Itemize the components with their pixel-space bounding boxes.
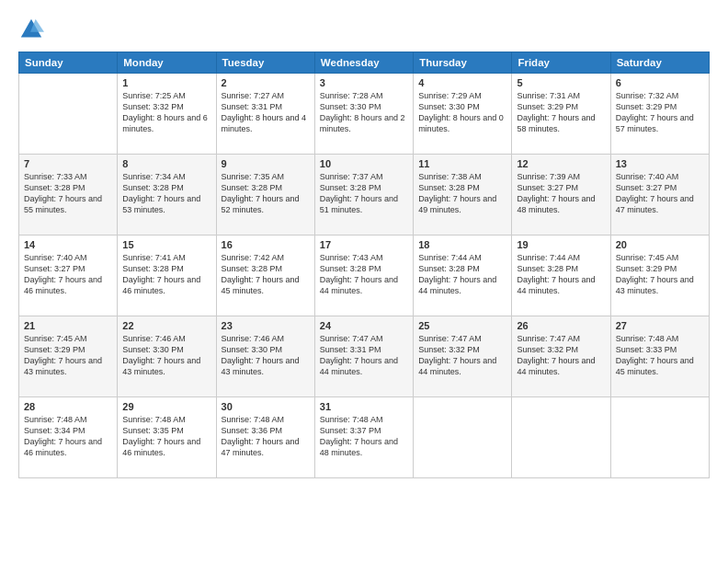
day-cell bbox=[414, 397, 512, 478]
day-cell: 20Sunrise: 7:45 AMSunset: 3:29 PMDayligh… bbox=[610, 236, 709, 316]
day-number: 22 bbox=[122, 320, 210, 331]
day-cell: 23Sunrise: 7:46 AMSunset: 3:30 PMDayligh… bbox=[216, 316, 314, 397]
day-info: Sunrise: 7:47 AMSunset: 3:32 PMDaylight:… bbox=[517, 333, 605, 378]
day-number: 12 bbox=[517, 158, 605, 169]
weekday-wednesday: Wednesday bbox=[314, 52, 413, 74]
day-info: Sunrise: 7:40 AMSunset: 3:27 PMDaylight:… bbox=[616, 171, 704, 216]
day-cell: 16Sunrise: 7:42 AMSunset: 3:28 PMDayligh… bbox=[216, 236, 314, 316]
day-cell bbox=[19, 74, 118, 155]
day-info: Sunrise: 7:48 AMSunset: 3:37 PMDaylight:… bbox=[320, 414, 408, 459]
day-info: Sunrise: 7:39 AMSunset: 3:27 PMDaylight:… bbox=[517, 171, 605, 216]
day-info: Sunrise: 7:27 AMSunset: 3:31 PMDaylight:… bbox=[222, 90, 310, 135]
day-number: 14 bbox=[24, 239, 112, 250]
day-cell: 24Sunrise: 7:47 AMSunset: 3:31 PMDayligh… bbox=[314, 316, 413, 397]
day-number: 27 bbox=[616, 320, 704, 331]
day-info: Sunrise: 7:46 AMSunset: 3:30 PMDaylight:… bbox=[222, 333, 310, 378]
day-cell: 14Sunrise: 7:40 AMSunset: 3:27 PMDayligh… bbox=[19, 236, 118, 316]
day-number: 5 bbox=[517, 77, 605, 88]
day-cell: 28Sunrise: 7:48 AMSunset: 3:34 PMDayligh… bbox=[19, 397, 118, 478]
week-row-5: 28Sunrise: 7:48 AMSunset: 3:34 PMDayligh… bbox=[19, 397, 710, 478]
day-number: 29 bbox=[122, 401, 210, 412]
day-number: 31 bbox=[320, 401, 408, 412]
day-cell: 26Sunrise: 7:47 AMSunset: 3:32 PMDayligh… bbox=[512, 316, 610, 397]
day-info: Sunrise: 7:47 AMSunset: 3:31 PMDaylight:… bbox=[320, 333, 408, 378]
weekday-thursday: Thursday bbox=[414, 52, 512, 74]
day-number: 24 bbox=[320, 320, 408, 331]
logo bbox=[18, 17, 50, 42]
day-info: Sunrise: 7:28 AMSunset: 3:30 PMDaylight:… bbox=[320, 90, 408, 135]
day-cell: 19Sunrise: 7:44 AMSunset: 3:28 PMDayligh… bbox=[512, 236, 610, 316]
week-row-4: 21Sunrise: 7:45 AMSunset: 3:29 PMDayligh… bbox=[19, 316, 710, 397]
day-info: Sunrise: 7:45 AMSunset: 3:29 PMDaylight:… bbox=[616, 252, 704, 297]
day-number: 25 bbox=[418, 320, 506, 331]
day-number: 15 bbox=[122, 239, 210, 250]
day-info: Sunrise: 7:33 AMSunset: 3:28 PMDaylight:… bbox=[24, 171, 112, 216]
week-row-1: 1Sunrise: 7:25 AMSunset: 3:32 PMDaylight… bbox=[19, 74, 710, 155]
day-number: 13 bbox=[616, 158, 704, 169]
day-info: Sunrise: 7:47 AMSunset: 3:32 PMDaylight:… bbox=[418, 333, 506, 378]
day-cell: 31Sunrise: 7:48 AMSunset: 3:37 PMDayligh… bbox=[314, 397, 413, 478]
day-number: 23 bbox=[222, 320, 310, 331]
day-number: 16 bbox=[222, 239, 310, 250]
day-number: 30 bbox=[222, 401, 310, 412]
day-cell: 5Sunrise: 7:31 AMSunset: 3:29 PMDaylight… bbox=[512, 74, 610, 155]
day-info: Sunrise: 7:32 AMSunset: 3:29 PMDaylight:… bbox=[616, 90, 704, 135]
day-cell: 13Sunrise: 7:40 AMSunset: 3:27 PMDayligh… bbox=[610, 155, 709, 236]
day-cell: 11Sunrise: 7:38 AMSunset: 3:28 PMDayligh… bbox=[414, 155, 512, 236]
day-cell: 10Sunrise: 7:37 AMSunset: 3:28 PMDayligh… bbox=[314, 155, 413, 236]
day-cell: 2Sunrise: 7:27 AMSunset: 3:31 PMDaylight… bbox=[216, 74, 314, 155]
day-info: Sunrise: 7:29 AMSunset: 3:30 PMDaylight:… bbox=[418, 90, 506, 135]
day-info: Sunrise: 7:48 AMSunset: 3:35 PMDaylight:… bbox=[122, 414, 210, 459]
day-info: Sunrise: 7:34 AMSunset: 3:28 PMDaylight:… bbox=[122, 171, 210, 216]
day-number: 4 bbox=[418, 77, 506, 88]
weekday-sunday: Sunday bbox=[19, 52, 118, 74]
day-info: Sunrise: 7:40 AMSunset: 3:27 PMDaylight:… bbox=[24, 252, 112, 297]
weekday-tuesday: Tuesday bbox=[216, 52, 314, 74]
day-cell: 7Sunrise: 7:33 AMSunset: 3:28 PMDaylight… bbox=[19, 155, 118, 236]
day-cell: 18Sunrise: 7:44 AMSunset: 3:28 PMDayligh… bbox=[414, 236, 512, 316]
day-cell: 4Sunrise: 7:29 AMSunset: 3:30 PMDaylight… bbox=[414, 74, 512, 155]
logo-icon bbox=[18, 17, 44, 42]
day-info: Sunrise: 7:42 AMSunset: 3:28 PMDaylight:… bbox=[222, 252, 310, 297]
day-number: 17 bbox=[320, 239, 408, 250]
day-cell: 25Sunrise: 7:47 AMSunset: 3:32 PMDayligh… bbox=[414, 316, 512, 397]
day-info: Sunrise: 7:38 AMSunset: 3:28 PMDaylight:… bbox=[418, 171, 506, 216]
day-cell: 30Sunrise: 7:48 AMSunset: 3:36 PMDayligh… bbox=[216, 397, 314, 478]
day-info: Sunrise: 7:44 AMSunset: 3:28 PMDaylight:… bbox=[517, 252, 605, 297]
day-cell: 22Sunrise: 7:46 AMSunset: 3:30 PMDayligh… bbox=[118, 316, 216, 397]
day-number: 2 bbox=[222, 77, 310, 88]
day-info: Sunrise: 7:48 AMSunset: 3:36 PMDaylight:… bbox=[222, 414, 310, 459]
day-cell bbox=[512, 397, 610, 478]
day-number: 9 bbox=[222, 158, 310, 169]
day-number: 3 bbox=[320, 77, 408, 88]
day-info: Sunrise: 7:43 AMSunset: 3:28 PMDaylight:… bbox=[320, 252, 408, 297]
page-header bbox=[18, 17, 710, 42]
day-number: 8 bbox=[122, 158, 210, 169]
day-cell: 27Sunrise: 7:48 AMSunset: 3:33 PMDayligh… bbox=[610, 316, 709, 397]
day-cell: 17Sunrise: 7:43 AMSunset: 3:28 PMDayligh… bbox=[314, 236, 413, 316]
day-cell: 21Sunrise: 7:45 AMSunset: 3:29 PMDayligh… bbox=[19, 316, 118, 397]
weekday-friday: Friday bbox=[512, 52, 610, 74]
day-info: Sunrise: 7:25 AMSunset: 3:32 PMDaylight:… bbox=[122, 90, 210, 135]
weekday-monday: Monday bbox=[118, 52, 216, 74]
day-info: Sunrise: 7:48 AMSunset: 3:33 PMDaylight:… bbox=[616, 333, 704, 378]
day-cell: 3Sunrise: 7:28 AMSunset: 3:30 PMDaylight… bbox=[314, 74, 413, 155]
day-number: 19 bbox=[517, 239, 605, 250]
day-cell: 9Sunrise: 7:35 AMSunset: 3:28 PMDaylight… bbox=[216, 155, 314, 236]
day-cell: 6Sunrise: 7:32 AMSunset: 3:29 PMDaylight… bbox=[610, 74, 709, 155]
day-number: 1 bbox=[122, 77, 210, 88]
day-info: Sunrise: 7:35 AMSunset: 3:28 PMDaylight:… bbox=[222, 171, 310, 216]
day-info: Sunrise: 7:46 AMSunset: 3:30 PMDaylight:… bbox=[122, 333, 210, 378]
day-info: Sunrise: 7:44 AMSunset: 3:28 PMDaylight:… bbox=[418, 252, 506, 297]
day-number: 11 bbox=[418, 158, 506, 169]
day-info: Sunrise: 7:37 AMSunset: 3:28 PMDaylight:… bbox=[320, 171, 408, 216]
week-row-2: 7Sunrise: 7:33 AMSunset: 3:28 PMDaylight… bbox=[19, 155, 710, 236]
day-number: 10 bbox=[320, 158, 408, 169]
day-info: Sunrise: 7:41 AMSunset: 3:28 PMDaylight:… bbox=[122, 252, 210, 297]
week-row-3: 14Sunrise: 7:40 AMSunset: 3:27 PMDayligh… bbox=[19, 236, 710, 316]
day-cell: 15Sunrise: 7:41 AMSunset: 3:28 PMDayligh… bbox=[118, 236, 216, 316]
day-info: Sunrise: 7:45 AMSunset: 3:29 PMDaylight:… bbox=[24, 333, 112, 378]
day-cell bbox=[610, 397, 709, 478]
day-number: 21 bbox=[24, 320, 112, 331]
day-cell: 1Sunrise: 7:25 AMSunset: 3:32 PMDaylight… bbox=[118, 74, 216, 155]
